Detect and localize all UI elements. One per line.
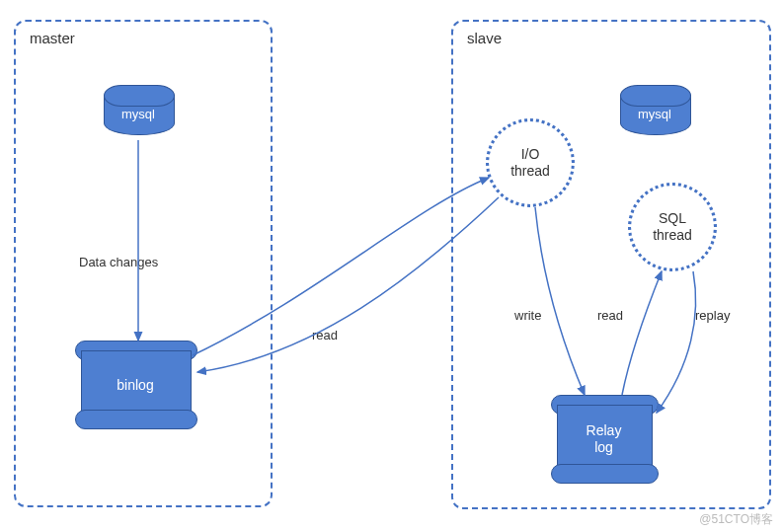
sql-thread-circle: SQL thread — [628, 183, 717, 271]
io-thread-circle: I/O thread — [486, 118, 575, 207]
master-mysql-db: mysql — [104, 85, 173, 139]
scroll-roll-icon — [75, 410, 197, 429]
write-label: write — [514, 308, 541, 323]
slave-panel-title: slave — [467, 30, 502, 46]
read-relay-label: read — [597, 308, 623, 323]
cylinder-top-icon — [620, 85, 691, 107]
data-changes-label: Data changes — [79, 255, 158, 269]
read-binlog-label: read — [312, 328, 338, 342]
slave-mysql-db: mysql — [620, 85, 689, 139]
cylinder-top-icon — [104, 85, 175, 107]
binlog-scroll: binlog — [81, 341, 190, 429]
watermark-text: @51CTO博客 — [699, 511, 773, 528]
master-panel-title: master — [30, 30, 75, 46]
relay-log-label: Relay log — [557, 422, 651, 456]
binlog-label: binlog — [81, 377, 190, 394]
sql-thread-label: SQL thread — [653, 210, 692, 244]
replay-label: replay — [695, 308, 730, 323]
relay-log-scroll: Relay log — [557, 395, 651, 484]
io-thread-label: I/O thread — [510, 146, 550, 180]
scroll-roll-icon — [551, 464, 659, 484]
slave-db-label: mysql — [620, 107, 689, 121]
master-db-label: mysql — [104, 107, 173, 121]
